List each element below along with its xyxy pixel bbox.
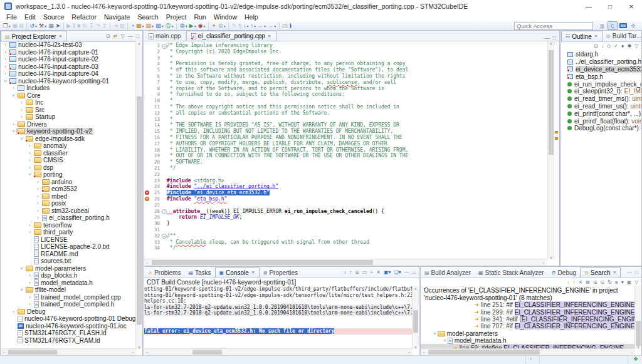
collapse-all-icon[interactable]: ⊟	[601, 279, 605, 285]
outline-item[interactable]: ../ei_classifier_porting.h	[561, 58, 641, 66]
outline-item[interactable]: DebugLog(const char*) : void	[561, 125, 641, 132]
scroll-to-bottom-icon[interactable]: ↓	[344, 269, 346, 275]
tree-item[interactable]: ˅Core	[1, 92, 136, 100]
menu-refactor[interactable]: Refactor	[68, 13, 100, 21]
save-all-icon[interactable]: ⧉	[19, 22, 24, 29]
fold-icon[interactable]: −	[162, 234, 167, 239]
minimize-view-icon[interactable]: —	[128, 33, 133, 39]
tree-expand-icon[interactable]: ˅	[432, 331, 438, 336]
outline-item[interactable]: eta_bsp.h	[561, 73, 641, 80]
view-menu-icon[interactable]: ▽	[121, 33, 125, 39]
sort-icon[interactable]: ↓	[601, 43, 604, 49]
new-cpp-project-icon[interactable]: ▨▾	[145, 22, 155, 29]
tree-expand-icon[interactable]: ˅	[442, 338, 448, 343]
tab-tasks[interactable]: ▤Tasks	[184, 268, 214, 278]
code-line[interactable]: 8 * copies of the Software, and to permi…	[144, 86, 547, 92]
tree-expand-icon[interactable]: ›	[3, 42, 8, 48]
debug-perspective-icon[interactable]: ✣	[629, 22, 638, 29]
tree-expand-icon[interactable]: ›	[3, 64, 8, 70]
select-element-icon[interactable]: ➤	[55, 22, 61, 29]
console-output[interactable]: otting-01/keyword-spotting-01-v2/edge-im…	[144, 286, 413, 349]
tree-item[interactable]: ›ecm3532	[1, 185, 136, 193]
collapse-all-icon[interactable]: ⊟	[106, 33, 110, 39]
tree-item[interactable]: ›tensorflow	[1, 222, 136, 229]
code-line[interactable]: 23#include <stdarg.h>	[144, 178, 547, 184]
console-horizontal-scrollbar[interactable]: ‹ ›	[144, 348, 413, 355]
code-line[interactable]: 11 * The above copyright notice and this…	[144, 104, 547, 110]
build-all-icon[interactable]: ▦	[48, 22, 55, 29]
editor-overview-ruler[interactable]	[554, 41, 559, 259]
tree-expand-icon[interactable]: ›	[19, 114, 24, 120]
progress-view-icon[interactable]: ❖	[633, 356, 638, 362]
maximize-view-icon[interactable]: □	[553, 35, 556, 41]
tree-item[interactable]: nucleo-l476-keyword-spotting-01 Debug.la…	[1, 315, 136, 323]
maximize-view-icon[interactable]: □	[635, 269, 638, 275]
code-line[interactable]: 7 * to use, copy, modify, merge, publish…	[144, 80, 547, 86]
maximize-view-icon[interactable]: □	[136, 33, 139, 39]
tree-item[interactable]: ˅model-parameters	[1, 265, 136, 273]
tree-item[interactable]: ›Debug	[1, 308, 136, 316]
close-window-button[interactable]: ✕	[621, 0, 642, 13]
terminate-icon[interactable]: ■	[76, 22, 81, 29]
tree-item[interactable]: ›stm32-cubeai	[1, 207, 136, 215]
tree-expand-icon[interactable]: ˅	[11, 128, 16, 134]
tree-item[interactable]: ›hmodel_metadata.h	[1, 279, 136, 287]
menu-window[interactable]: Window	[210, 13, 241, 21]
tree-item[interactable]: ›hdsp_blocks.h	[1, 272, 136, 279]
new-icon[interactable]: ❐▾	[2, 22, 11, 29]
menu-source[interactable]: Source	[39, 13, 68, 21]
device-configuration-perspective-icon[interactable]: MX	[619, 22, 628, 29]
tree-expand-icon[interactable]: ˅	[11, 93, 16, 98]
next-annotation-icon[interactable]: ↓▾	[243, 22, 250, 29]
close-icon[interactable]: ✕	[613, 270, 616, 275]
minimize-view-icon[interactable]: —	[627, 269, 632, 275]
tab-debug[interactable]: ⚙Debug	[547, 268, 580, 278]
next-match-icon[interactable]: ↓	[567, 279, 569, 285]
tree-expand-icon[interactable]: ›	[27, 273, 33, 278]
collapse-all-icon[interactable]: ⊟	[594, 43, 598, 49]
code-line[interactable]: 33 * Cancelable sleep, can be triggered …	[144, 239, 547, 246]
expand-all-icon[interactable]: ⊞	[593, 279, 597, 285]
run-search-again-icon[interactable]: ↻	[608, 279, 612, 285]
close-icon[interactable]: ✕	[268, 34, 271, 39]
search-result-row[interactable]: ˅ model-parameters	[421, 330, 635, 337]
cancel-search-icon[interactable]: ■	[615, 279, 618, 285]
hide-non-public-icon[interactable]: ●	[621, 43, 624, 49]
error-marker[interactable]	[555, 137, 558, 140]
code-line[interactable]: 13 *	[144, 117, 547, 123]
new-class-icon[interactable]: ▧▾	[155, 22, 165, 29]
code-line[interactable]: 31	[144, 227, 547, 233]
tab-outline[interactable]: ☷ Outline ✕	[561, 31, 603, 41]
menu-project[interactable]: Project	[162, 13, 191, 21]
pin-view-icon[interactable]: ▣	[627, 279, 632, 285]
generate-code-icon[interactable]: Ⓖ▾	[164, 22, 174, 29]
menu-edit[interactable]: Edit	[21, 13, 39, 21]
search-result-row[interactable]: ➜line 707: #if EI_CLASSIFIER_INFERENCING…	[421, 323, 635, 330]
close-icon[interactable]: ✕	[59, 34, 63, 39]
tree-expand-icon[interactable]: ›	[3, 71, 8, 76]
tree-expand-icon[interactable]: ›	[11, 122, 16, 127]
tree-expand-icon[interactable]: ›	[27, 229, 33, 235]
tree-expand-icon[interactable]: ›	[35, 186, 41, 192]
tab-build-analyzer[interactable]: ▤Build Analyzer	[421, 268, 475, 278]
code-line[interactable]: 19 * OUT OF OR IN CONNECTION WITH THE SO…	[144, 153, 547, 159]
menu-file[interactable]: File	[3, 13, 21, 21]
code-line[interactable]: 12 * all copies or substantial portions …	[144, 110, 547, 117]
project-tree-vertical-scrollbar[interactable]: ∧ ∨	[135, 41, 142, 349]
tree-expand-icon[interactable]: ˅	[19, 287, 24, 293]
outline-item[interactable]: ei_printf_float(float) : void	[561, 117, 641, 125]
tree-item[interactable]: STM32L476RGTX_RAM.ld	[1, 337, 136, 345]
external-tools-icon[interactable]: ✦	[211, 22, 218, 29]
cpp-perspective-icon[interactable]: C	[608, 21, 618, 30]
tree-expand-icon[interactable]: ›	[3, 49, 8, 55]
display-selected-console-icon[interactable]: ▣▾	[384, 269, 391, 275]
project-tree-horizontal-scrollbar[interactable]: ‹ ›	[1, 348, 136, 355]
tree-item[interactable]: ›nucleo-l476-i2s-test-03	[1, 41, 136, 49]
tree-expand-icon[interactable]: ›	[27, 143, 33, 148]
hide-fields-icon[interactable]: ◇	[607, 43, 611, 49]
step-return-icon[interactable]: ↥	[101, 22, 108, 29]
code-line[interactable]: ×25#include "ei_device_eta_ecm3532.h"	[144, 190, 547, 196]
tree-item[interactable]: ›Src	[1, 107, 136, 114]
tree-item[interactable]: ›nucleo-l476-input-capture-02	[1, 56, 136, 63]
filters-icon[interactable]: ▾	[621, 279, 624, 285]
